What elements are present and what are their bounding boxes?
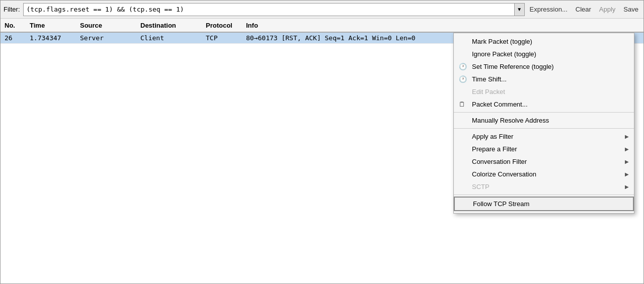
separator-1 bbox=[454, 112, 634, 113]
context-menu-prepare-filter[interactable]: Prepare a Filter ▶ bbox=[454, 143, 634, 155]
context-menu-colorize-conversation[interactable]: Colorize Conversation ▶ bbox=[454, 168, 634, 180]
column-header-source: Source bbox=[76, 22, 136, 29]
arrow-icon-prepare: ▶ bbox=[625, 146, 629, 152]
packet-list[interactable]: 26 1.734347 Server Client TCP 80→60173 [… bbox=[1, 33, 643, 283]
arrow-icon-conversation: ▶ bbox=[625, 159, 629, 164]
context-menu-packet-comment[interactable]: 🗒 Packet Comment... bbox=[454, 98, 634, 111]
mark-packet-label: Mark Packet (toggle) bbox=[472, 38, 532, 45]
separator-2 bbox=[454, 128, 634, 129]
context-menu: Mark Packet (toggle) Ignore Packet (togg… bbox=[453, 33, 634, 214]
context-menu-follow-tcp-stream[interactable]: Follow TCP Stream bbox=[454, 197, 634, 211]
arrow-icon-apply: ▶ bbox=[625, 134, 629, 139]
arrow-icon-sctp: ▶ bbox=[625, 184, 629, 190]
context-menu-ignore-packet[interactable]: Ignore Packet (toggle) bbox=[454, 48, 634, 60]
arrow-icon-colorize: ▶ bbox=[625, 171, 629, 177]
cell-no: 26 bbox=[1, 34, 26, 42]
context-menu-conversation-filter[interactable]: Conversation Filter ▶ bbox=[454, 155, 634, 168]
colorize-conversation-label: Colorize Conversation bbox=[472, 170, 536, 178]
save-button[interactable]: Save bbox=[621, 5, 640, 14]
context-menu-time-shift[interactable]: 🕐 Time Shift... bbox=[454, 73, 634, 85]
apply-button[interactable]: Apply bbox=[597, 5, 618, 14]
cell-protocol: TCP bbox=[202, 34, 242, 42]
main-window: Filter: ▼ Expression... Clear Apply Save… bbox=[0, 0, 644, 284]
manually-resolve-label: Manually Resolve Address bbox=[472, 117, 549, 124]
filter-dropdown-button[interactable]: ▼ bbox=[515, 3, 525, 16]
clear-button[interactable]: Clear bbox=[574, 5, 593, 14]
sctp-label: SCTP bbox=[472, 183, 490, 191]
column-header-info: Info bbox=[242, 22, 643, 29]
prepare-filter-label: Prepare a Filter bbox=[472, 145, 517, 153]
cell-source: Server bbox=[76, 34, 136, 42]
packet-comment-label: Packet Comment... bbox=[472, 101, 528, 108]
time-shift-label: Time Shift... bbox=[472, 75, 507, 83]
filter-bar: Filter: ▼ Expression... Clear Apply Save bbox=[1, 1, 643, 19]
separator-3 bbox=[454, 195, 634, 195]
context-menu-set-time-ref[interactable]: 🕐 Set Time Reference (toggle) bbox=[454, 60, 634, 73]
clock2-icon: 🕐 bbox=[459, 75, 467, 83]
context-menu-mark-packet[interactable]: Mark Packet (toggle) bbox=[454, 35, 634, 48]
filter-input[interactable] bbox=[23, 3, 515, 16]
column-header-no: No. bbox=[1, 22, 26, 29]
packet-list-header: No. Time Source Destination Protocol Inf… bbox=[1, 19, 643, 33]
column-header-time: Time bbox=[26, 22, 76, 29]
apply-as-filter-label: Apply as Filter bbox=[472, 133, 513, 140]
set-time-ref-label: Set Time Reference (toggle) bbox=[472, 63, 554, 70]
column-header-protocol: Protocol bbox=[202, 22, 242, 29]
context-menu-apply-as-filter[interactable]: Apply as Filter ▶ bbox=[454, 130, 634, 143]
filter-input-wrap: ▼ bbox=[23, 3, 525, 16]
cell-destination: Client bbox=[136, 34, 202, 42]
context-menu-sctp: SCTP ▶ bbox=[454, 180, 634, 193]
context-menu-edit-packet: Edit Packet bbox=[454, 85, 634, 98]
clock-icon: 🕐 bbox=[459, 63, 467, 70]
edit-packet-label: Edit Packet bbox=[472, 88, 505, 96]
filter-label: Filter: bbox=[4, 6, 20, 13]
expression-button[interactable]: Expression... bbox=[528, 5, 570, 14]
comment-icon: 🗒 bbox=[459, 101, 465, 108]
follow-tcp-stream-label: Follow TCP Stream bbox=[473, 200, 529, 208]
column-header-destination: Destination bbox=[136, 22, 202, 29]
ignore-packet-label: Ignore Packet (toggle) bbox=[472, 50, 536, 58]
conversation-filter-label: Conversation Filter bbox=[472, 158, 527, 165]
cell-time: 1.734347 bbox=[26, 34, 76, 42]
context-menu-manually-resolve[interactable]: Manually Resolve Address bbox=[454, 114, 634, 127]
filter-actions: Expression... Clear Apply Save bbox=[528, 5, 640, 14]
